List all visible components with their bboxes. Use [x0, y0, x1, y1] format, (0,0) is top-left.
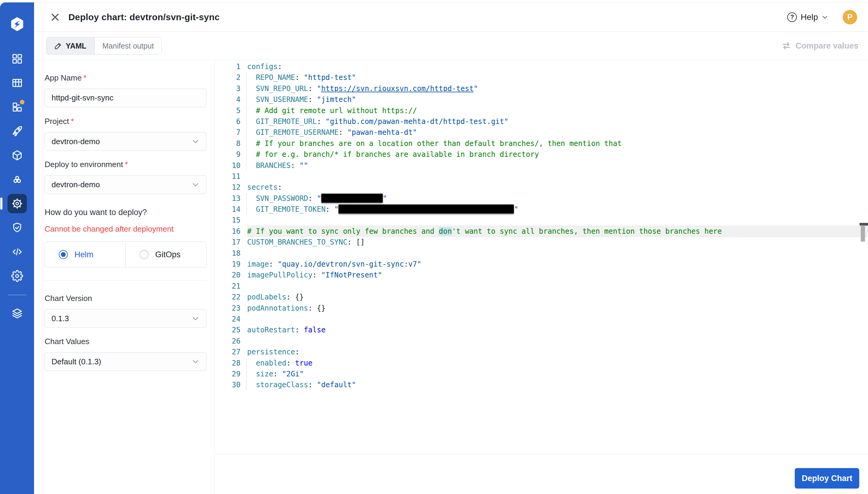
code-line[interactable]: 17CUSTOM_BRANCHES_TO_SYNC: [] [215, 237, 868, 248]
line-number: 18 [215, 248, 247, 259]
hexagons-icon [11, 173, 23, 186]
radio-gitops[interactable]: GitOps [126, 242, 206, 267]
sidebar-item-dashboard[interactable] [7, 49, 27, 69]
sidebar-item-resources[interactable] [7, 146, 27, 165]
app-name-field[interactable] [45, 89, 206, 107]
code-line[interactable]: 10 BRANCHES: "" [215, 160, 868, 171]
line-number: 28 [215, 358, 247, 368]
code-line[interactable]: 6 GIT_REMOTE_URL: "github.com/pawan-meht… [215, 116, 868, 127]
radio-helm[interactable]: Helm [45, 242, 126, 267]
code-line-content: podLabels: {} [247, 292, 868, 303]
sidebar-item-clusters[interactable] [7, 170, 27, 189]
deploy-method-radio-group: Helm GitOps [45, 242, 206, 267]
help-label: Help [801, 12, 818, 22]
code-token: autoRestart [247, 326, 295, 334]
code-line[interactable]: 2 REPO_NAME: "httpd-test" [215, 72, 868, 83]
line-number: 27 [215, 346, 247, 357]
tab-yaml[interactable]: YAML [46, 37, 95, 54]
code-line[interactable]: 12secrets: [215, 182, 868, 193]
sidebar-item-security[interactable] [7, 218, 27, 238]
code-line[interactable]: 1configs: [215, 61, 868, 72]
code-line[interactable]: 16# If you want to sync only few branche… [215, 226, 868, 237]
close-button[interactable] [49, 11, 61, 23]
code-line[interactable]: 3 SVN_REPO_URL: "https://svn.riouxsvn.co… [215, 83, 868, 94]
compare-values-button[interactable]: Compare values [782, 41, 859, 51]
code-token: "jimtech" [317, 95, 356, 104]
code-line[interactable]: 27persistence: [215, 346, 868, 357]
shield-icon [11, 222, 23, 234]
code-line[interactable]: 4 SVN_USERNAME: "jimtech" [215, 94, 868, 105]
code-token: GIT_REMOTE_TOKEN [247, 205, 326, 213]
code-line[interactable]: 15 [215, 215, 868, 226]
deploy-chart-button[interactable]: Deploy Chart [795, 468, 859, 489]
indent-guide [246, 149, 246, 160]
code-line[interactable]: 20imagePullPolicy: "IfNotPresent" [215, 270, 868, 281]
code-line-content: imagePullPolicy: "IfNotPresent" [247, 270, 868, 281]
code-token: storageClass [247, 381, 308, 389]
code-line[interactable]: 21 [215, 281, 868, 292]
line-number: 22 [215, 292, 247, 303]
line-number: 7 [215, 127, 247, 138]
sidebar-item-chart-store[interactable] [7, 194, 27, 213]
code-token: configs [247, 62, 278, 71]
code-line[interactable]: 23podAnnotations: {} [215, 303, 868, 314]
sidebar-item-deployments[interactable] [7, 121, 27, 141]
code-line[interactable]: 13 SVN_PASSWORD: "" [215, 193, 868, 204]
code-line[interactable]: 18 [215, 248, 868, 259]
code-line[interactable]: 29 size: "2Gi" [215, 368, 868, 379]
code-line[interactable]: 30 storageClass: "default" [215, 379, 868, 390]
chart-values-label: Chart Values [45, 337, 206, 346]
code-line[interactable]: 8 # If your branches are on a location o… [215, 138, 868, 149]
yaml-editor[interactable]: 1configs:2 REPO_NAME: "httpd-test"3 SVN_… [215, 60, 868, 494]
deploy-form: App Name* Project* devtron-demo Deploy t… [34, 60, 215, 494]
code-token: : {} [286, 293, 304, 301]
code-line-content: GIT_REMOTE_USERNAME: "pawan-mehta-dt" [247, 127, 868, 138]
editor-tabs: YAML Manifest output [46, 37, 162, 55]
code-line[interactable]: 24 [215, 314, 868, 324]
code-line[interactable]: 22podLabels: {} [215, 292, 868, 303]
code-line[interactable]: 28 enabled: true [215, 358, 868, 368]
indent-guide [246, 160, 246, 171]
avatar[interactable]: P [843, 10, 857, 24]
sidebar-item-applications[interactable] [7, 97, 27, 117]
helm-icon [11, 197, 23, 210]
code-token: "httpd-test" [304, 73, 356, 82]
code-line[interactable]: 9 # for e.g. branch/* if branches are av… [215, 149, 868, 160]
gitops-option-label: GitOps [155, 250, 180, 259]
sidebar-item-code[interactable] [7, 242, 27, 262]
code-line[interactable]: 19image: "quay.io/devtron/svn-git-sync:v… [215, 259, 868, 270]
code-line[interactable]: 25autoRestart: false [215, 324, 868, 335]
sidebar-item-jobs[interactable] [7, 73, 27, 93]
sidebar-item-settings[interactable] [7, 266, 27, 286]
line-number: 10 [215, 160, 247, 171]
project-select[interactable]: devtron-demo [45, 132, 206, 151]
sidebar-item-stack-manager[interactable] [7, 304, 27, 323]
code-line[interactable]: 26 [215, 336, 868, 346]
code-line-content: # If your branches are on a location oth… [247, 138, 868, 149]
code-token: SVN_PASSWORD [247, 194, 308, 203]
code-line-content: image: "quay.io/devtron/svn-git-sync:v7" [247, 259, 868, 270]
editor-scrollbar-thumb[interactable] [861, 225, 865, 242]
code-line[interactable]: 11 [215, 171, 868, 182]
indent-guide [246, 116, 246, 127]
code-line-content: BRANCHES: "" [247, 160, 868, 171]
line-number: 24 [215, 314, 247, 324]
code-line-content [247, 314, 868, 324]
page-title: Deploy chart: devtron/svn-git-sync [68, 12, 220, 22]
line-number: 21 [215, 281, 247, 292]
devtron-logo-icon[interactable] [0, 16, 34, 33]
tab-yaml-label: YAML [66, 42, 86, 50]
code-icon [11, 246, 23, 258]
code-line[interactable]: 14 GIT_REMOTE_TOKEN: "" [215, 204, 868, 215]
code-line-content: secrets: [247, 182, 868, 193]
environment-select[interactable]: devtron-demo [45, 175, 206, 194]
code-line[interactable]: 7 GIT_REMOTE_USERNAME: "pawan-mehta-dt" [215, 127, 868, 138]
chart-values-select[interactable]: Default (0.1.3) [45, 352, 206, 371]
tab-manifest-output[interactable]: Manifest output [95, 37, 162, 54]
sidebar-nav [0, 49, 34, 328]
chevron-down-icon [192, 180, 199, 189]
chart-version-select[interactable]: 0.1.3 [45, 309, 206, 328]
help-menu[interactable]: ? Help [787, 12, 828, 22]
code-line[interactable]: 5 # Add git remote url without https:// [215, 105, 868, 116]
code-token: GIT_REMOTE_URL [247, 117, 317, 126]
